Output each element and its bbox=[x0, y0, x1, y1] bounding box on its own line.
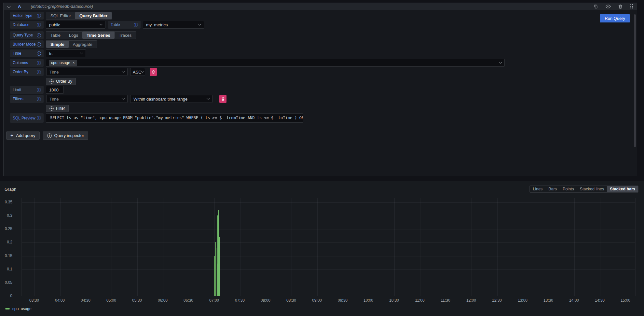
gridline-vertical bbox=[163, 198, 163, 296]
bar-cpu_usage-07:06[interactable] bbox=[219, 237, 220, 296]
database-label: Database i bbox=[10, 21, 44, 29]
chevron-down-icon bbox=[122, 96, 125, 100]
legend-series-label[interactable]: cpu_usage bbox=[12, 307, 32, 311]
info-icon[interactable]: i bbox=[37, 33, 41, 37]
option-query-builder[interactable]: Query Builder bbox=[75, 12, 112, 19]
info-icon[interactable]: i bbox=[37, 23, 41, 27]
info-icon[interactable]: i bbox=[37, 70, 41, 74]
add-order-by-button[interactable]: + Order By bbox=[46, 78, 76, 85]
plus-circle-icon: + bbox=[49, 79, 54, 84]
filter-column-select[interactable]: Time bbox=[46, 95, 128, 103]
order-by-label: Order By i bbox=[10, 68, 44, 76]
filter-condition-select[interactable]: Within dashboard time range bbox=[130, 95, 212, 103]
order-by-direction-select[interactable]: ASC bbox=[130, 68, 145, 76]
time-column-select[interactable]: ts bbox=[46, 49, 86, 57]
info-icon[interactable]: i bbox=[37, 61, 41, 65]
editor-type-label: Editor Type i bbox=[10, 12, 44, 20]
x-axis-tick-label: 04:30 bbox=[77, 298, 94, 303]
y-axis-tick-label: 0 bbox=[0, 294, 16, 298]
gridline-vertical bbox=[266, 198, 266, 296]
table-select[interactable]: my_metrics bbox=[143, 21, 204, 29]
gridline-horizontal bbox=[22, 256, 635, 256]
x-axis-tick-label: 14:30 bbox=[592, 298, 608, 303]
remove-order-by-button[interactable] bbox=[150, 68, 157, 76]
x-axis-tick-label: 11:00 bbox=[412, 298, 428, 303]
query-inspector-button[interactable]: i Query inspector bbox=[43, 131, 89, 140]
gridline-vertical bbox=[497, 198, 498, 296]
x-axis-tick-label: 06:30 bbox=[180, 298, 197, 303]
duplicate-query-icon[interactable] bbox=[594, 4, 598, 9]
gridline-vertical bbox=[86, 198, 86, 296]
option-stacked-bars[interactable]: Stacked bars bbox=[607, 186, 638, 192]
order-by-field-select[interactable]: Time bbox=[46, 68, 128, 76]
remove-filter-button[interactable] bbox=[219, 95, 226, 103]
x-axis-tick-label: 14:00 bbox=[566, 298, 582, 303]
chevron-down-icon bbox=[122, 69, 125, 73]
x-axis-tick-label: 10:00 bbox=[360, 298, 377, 303]
drag-handle-icon[interactable] bbox=[630, 4, 633, 9]
info-icon[interactable]: i bbox=[37, 116, 41, 120]
option-simple[interactable]: Simple bbox=[46, 41, 69, 48]
chevron-down-icon bbox=[141, 69, 144, 73]
toggle-visibility-eye-icon[interactable] bbox=[606, 4, 611, 9]
info-icon[interactable]: i bbox=[37, 42, 41, 47]
database-select[interactable]: public bbox=[46, 21, 105, 29]
column-tag-cpu-usage[interactable]: cpu_usage× bbox=[49, 60, 77, 66]
option-stacked-lines[interactable]: Stacked lines bbox=[577, 186, 607, 192]
x-axis-tick-label: 07:30 bbox=[232, 298, 248, 303]
scrollbar-thumb[interactable] bbox=[634, 14, 636, 147]
option-points[interactable]: Points bbox=[560, 186, 577, 192]
gridline-vertical bbox=[420, 198, 420, 296]
x-axis-tick-label: 04:00 bbox=[52, 298, 68, 303]
option-logs[interactable]: Logs bbox=[65, 32, 82, 39]
panel-title: Graph bbox=[5, 187, 16, 192]
remove-tag-icon[interactable]: × bbox=[73, 61, 75, 65]
option-sql-editor[interactable]: SQL Editor bbox=[46, 12, 75, 19]
chevron-down-icon bbox=[100, 22, 103, 25]
info-icon[interactable]: i bbox=[134, 23, 138, 27]
option-time-series[interactable]: Time Series bbox=[82, 32, 115, 39]
gridline-horizontal bbox=[22, 229, 635, 229]
builder-mode-label: Builder Mode i bbox=[10, 40, 44, 48]
limit-input[interactable]: 1000 bbox=[46, 86, 64, 94]
gridline-vertical bbox=[34, 198, 35, 296]
add-query-button[interactable]: + Add query bbox=[6, 131, 40, 140]
x-axis-tick-label: 12:00 bbox=[463, 298, 479, 303]
x-axis-tick-label: 07:00 bbox=[206, 298, 222, 303]
option-lines[interactable]: Lines bbox=[530, 186, 545, 192]
chevron-down-icon bbox=[207, 96, 210, 100]
column-tag-label: cpu_usage bbox=[51, 61, 70, 65]
gridline-vertical bbox=[626, 198, 626, 296]
add-filter-button[interactable]: + Filter bbox=[46, 105, 69, 112]
info-icon[interactable]: i bbox=[37, 97, 41, 101]
query-header: A (info8fcc-greptimedb-datasource) bbox=[4, 3, 637, 10]
option-aggregate[interactable]: Aggregate bbox=[69, 41, 97, 48]
info-icon[interactable]: i bbox=[37, 14, 41, 18]
x-axis-tick-label: 13:00 bbox=[514, 298, 531, 303]
option-table[interactable]: Table bbox=[46, 32, 65, 39]
plot-area[interactable] bbox=[21, 198, 636, 296]
run-query-button[interactable]: Run Query bbox=[600, 14, 630, 22]
gridline-vertical bbox=[60, 198, 61, 296]
x-axis-tick-label: 15:00 bbox=[617, 298, 634, 303]
gridline-horizontal bbox=[22, 202, 635, 203]
x-axis-tick-label: 10:30 bbox=[386, 298, 402, 303]
builder-mode-switch: SimpleAggregate bbox=[46, 40, 97, 48]
gridline-horizontal bbox=[22, 242, 635, 243]
option-traces[interactable]: Traces bbox=[115, 32, 136, 39]
query-ref-id: A bbox=[18, 4, 21, 9]
gridline-vertical bbox=[189, 198, 189, 296]
option-bars[interactable]: Bars bbox=[545, 186, 560, 192]
draw-mode-switch: LinesBarsPointsStacked linesStacked bars bbox=[529, 185, 638, 193]
plus-icon: + bbox=[10, 133, 13, 138]
x-axis-tick-label: 06:00 bbox=[155, 298, 171, 303]
delete-query-trash-icon[interactable] bbox=[618, 4, 623, 9]
table-label: Table i bbox=[108, 21, 141, 29]
info-icon[interactable]: i bbox=[37, 88, 41, 92]
info-icon[interactable]: i bbox=[37, 51, 41, 56]
x-axis-tick-label: 05:00 bbox=[103, 298, 119, 303]
gridline-vertical bbox=[292, 198, 292, 296]
gridline-vertical bbox=[317, 198, 318, 296]
columns-multiselect[interactable]: cpu_usage× bbox=[46, 59, 505, 67]
collapse-chevron-icon[interactable] bbox=[7, 5, 11, 8]
